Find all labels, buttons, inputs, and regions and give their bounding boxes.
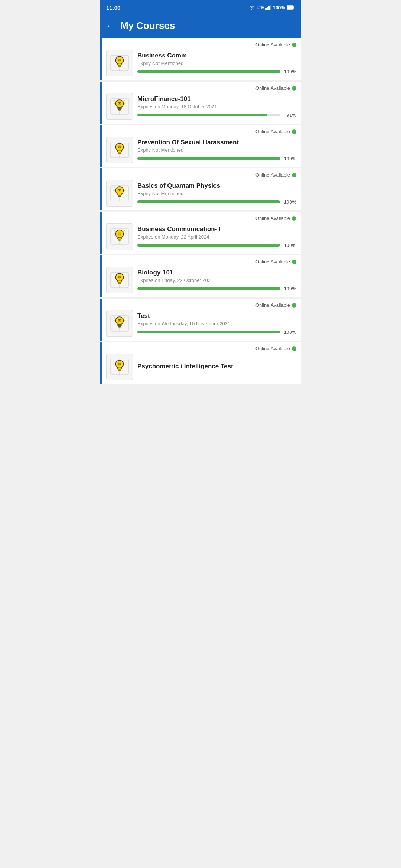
svg-rect-0 — [265, 8, 267, 10]
status-time: 11:00 — [106, 4, 120, 11]
svg-rect-42 — [118, 196, 121, 197]
course-name: Psychometric / Intelligence Test — [137, 363, 296, 370]
availability-dot — [292, 260, 296, 264]
course-expiry: Expires on Monday, 22 April 2024 — [137, 234, 296, 240]
course-expiry: Expiry Not Mentioned — [137, 60, 296, 66]
status-bar: 11:00 LTE 100% — [100, 0, 301, 15]
progress-bar-bg — [137, 70, 280, 73]
battery-icon — [287, 5, 295, 10]
course-card[interactable]: Online Available — [100, 82, 301, 124]
progress-row: 100% — [137, 69, 296, 75]
course-name: Business Comm — [137, 52, 296, 59]
course-body: Business Communication- I Expires on Mon… — [106, 223, 296, 250]
course-info: Test Expires on Wednesday, 10 November 2… — [137, 312, 296, 335]
course-expiry: Expires on Monday, 18 October 2021 — [137, 104, 296, 109]
course-expiry: Expires on Wednesday, 10 November 2021 — [137, 321, 296, 326]
online-available-label: Online Available — [255, 346, 296, 351]
course-card[interactable]: Online Available — [100, 342, 301, 384]
course-card[interactable]: Online Available — [100, 255, 301, 297]
progress-percent: 91% — [283, 112, 296, 118]
course-name: Prevention Of Sexual Harassment — [137, 139, 296, 146]
progress-row: 91% — [137, 112, 296, 118]
course-name: MicroFinance-101 — [137, 95, 296, 103]
svg-rect-1 — [267, 7, 268, 10]
progress-bar-fill — [137, 114, 267, 116]
course-info: Business Comm Expiry Not Mentioned 100% — [137, 52, 296, 75]
course-expiry: Expiry Not Mentioned — [137, 147, 296, 153]
online-available-label: Online Available — [255, 259, 296, 264]
status-icons: LTE 100% — [248, 5, 295, 10]
online-available-label: Online Available — [255, 85, 296, 91]
app-header: ← My Courses — [100, 15, 301, 38]
progress-bar-fill — [137, 331, 280, 333]
availability-dot — [292, 173, 296, 177]
course-body: Biology-101 Expires on Friday, 22 Octobe… — [106, 267, 296, 293]
svg-rect-32 — [118, 153, 121, 154]
course-card[interactable]: Online Available — [100, 38, 301, 80]
progress-percent: 100% — [283, 243, 296, 248]
course-icon — [106, 93, 133, 120]
svg-rect-12 — [118, 66, 121, 67]
progress-row: 100% — [137, 286, 296, 292]
svg-rect-82 — [118, 370, 121, 371]
progress-row: 100% — [137, 243, 296, 248]
svg-rect-5 — [294, 7, 295, 9]
progress-row: 100% — [137, 199, 296, 205]
course-name: Basics of Quantam Physics — [137, 182, 296, 190]
courses-list: Online Available — [100, 38, 301, 384]
availability-dot — [292, 303, 296, 308]
course-availability-row: Online Available — [106, 302, 296, 308]
svg-rect-3 — [270, 5, 271, 10]
progress-percent: 100% — [283, 69, 296, 75]
progress-percent: 100% — [283, 329, 296, 335]
course-card[interactable]: Online Available — [100, 168, 301, 210]
course-icon — [106, 137, 133, 163]
progress-bar-bg — [137, 287, 280, 290]
course-icon — [106, 180, 133, 207]
progress-percent: 100% — [283, 199, 296, 205]
availability-dot — [292, 346, 296, 351]
course-card[interactable]: Online Available — [100, 299, 301, 341]
availability-dot — [292, 86, 296, 91]
course-card[interactable]: Online Available — [100, 125, 301, 167]
svg-rect-52 — [118, 240, 121, 240]
course-availability-row: Online Available — [106, 259, 296, 264]
course-availability-row: Online Available — [106, 129, 296, 134]
progress-bar-bg — [137, 200, 280, 203]
svg-rect-22 — [118, 109, 121, 110]
signal-icon — [265, 5, 271, 10]
course-icon — [106, 310, 133, 337]
svg-rect-62 — [118, 283, 121, 284]
online-available-label: Online Available — [255, 129, 296, 134]
online-available-label: Online Available — [255, 42, 296, 47]
course-expiry: Expiry Not Mentioned — [137, 191, 296, 196]
course-availability-row: Online Available — [106, 216, 296, 221]
course-info: Biology-101 Expires on Friday, 22 Octobe… — [137, 269, 296, 292]
course-availability-row: Online Available — [106, 172, 296, 178]
course-card[interactable]: Online Available — [100, 212, 301, 254]
progress-percent: 100% — [283, 156, 296, 161]
progress-bar-fill — [137, 200, 280, 203]
wifi-icon — [248, 5, 255, 10]
course-info: Psychometric / Intelligence Test — [137, 363, 296, 371]
course-name: Biology-101 — [137, 269, 296, 276]
course-availability-row: Online Available — [106, 346, 296, 351]
progress-bar-fill — [137, 157, 280, 160]
course-icon — [106, 50, 133, 76]
progress-bar-fill — [137, 70, 280, 73]
progress-bar-bg — [137, 114, 280, 116]
progress-bar-fill — [137, 244, 280, 247]
course-icon — [106, 267, 133, 293]
course-body: Psychometric / Intelligence Test — [106, 354, 296, 380]
course-icon — [106, 223, 133, 250]
page-title: My Courses — [120, 20, 175, 32]
svg-rect-72 — [118, 326, 121, 327]
online-available-label: Online Available — [255, 302, 296, 308]
progress-bar-fill — [137, 287, 280, 290]
lte-icon: LTE — [257, 5, 264, 10]
course-body: Basics of Quantam Physics Expiry Not Men… — [106, 180, 296, 207]
back-button[interactable]: ← — [106, 21, 114, 31]
progress-row: 100% — [137, 329, 296, 335]
course-name: Test — [137, 312, 296, 320]
availability-dot — [292, 129, 296, 134]
